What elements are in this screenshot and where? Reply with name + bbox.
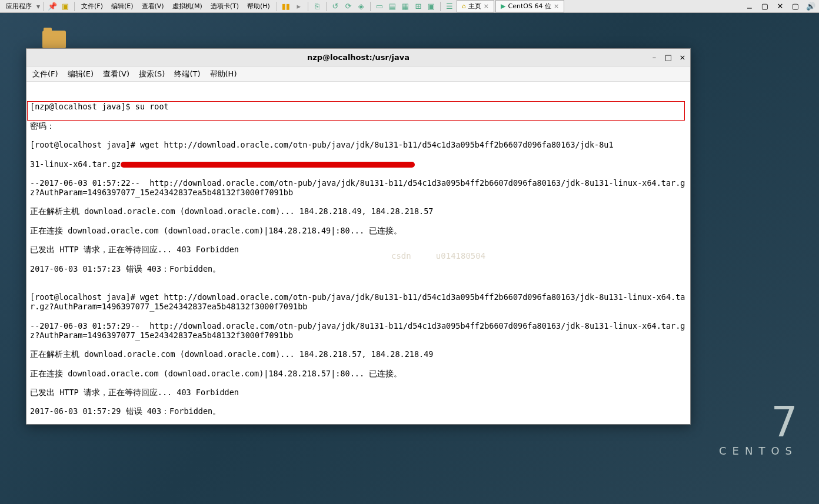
terminal-body[interactable]: [nzp@localhost java]$ su root 密码： [root@… [26,82,690,424]
terminal-line: 2017-06-03 01:57:29 错误 403：Forbidden。 [30,406,687,416]
term-menu-help[interactable]: 帮助(H) [210,69,237,79]
vm-icon: ▶ [501,2,505,10]
terminal-titlebar[interactable]: nzp@localhost:/usr/java – □ × [26,49,690,66]
menu-vm[interactable]: 虚拟机(M) [169,1,206,12]
terminal-line: --2017-06-03 01:57:22-- http://download.… [30,178,687,197]
tab-home-close[interactable]: × [484,2,489,10]
tab-home[interactable]: ⌂ 主页 × [457,0,494,12]
window-maximize-button[interactable]: □ [664,53,672,62]
pin-icon[interactable]: 📌 [46,1,58,12]
centos-version: 7 [719,403,798,441]
menu-file[interactable]: 文件(F) [78,1,106,12]
terminal-line: --2017-06-03 01:57:29-- http://download.… [30,321,687,340]
host-max-icon[interactable]: ▢ [759,1,771,12]
toolbar-icon-5[interactable]: ▭ [374,1,385,12]
terminal-line-redacted: 31-linux-x64.tar.gz [30,159,687,169]
centos-wallpaper-brand: 7 CENTOS [719,403,798,457]
toolbar-icon-10[interactable]: ☰ [444,1,455,12]
menu-view[interactable]: 查看(V) [138,1,168,12]
terminal-title: nzp@localhost:/usr/java [307,53,410,62]
term-menu-edit[interactable]: 编辑(E) [68,69,94,79]
toolbar-icon-7[interactable]: ▦ [399,1,411,12]
host-sound-icon[interactable]: 🔊 [805,1,817,12]
terminal-window: nzp@localhost:/usr/java – □ × 文件(F) 编辑(E… [26,48,691,425]
toolbar-icon-3[interactable]: ⟳ [342,1,354,12]
menu-tabs[interactable]: 选项卡(T) [207,1,242,12]
tab-centos-close[interactable]: × [554,2,559,10]
apps-menu-button[interactable]: 应用程序 [2,1,35,12]
pause-icon[interactable]: ▮▮ [280,1,292,12]
terminal-line: 已发出 HTTP 请求，正在等待回应... 403 Forbidden [30,388,687,397]
centos-word: CENTOS [719,445,798,457]
host-min-icon[interactable]: ⎽ [744,1,755,12]
terminal-line: [root@localhost java]# wget http://downl… [30,292,687,311]
terminal-menubar: 文件(F) 编辑(E) 查看(V) 搜索(S) 终端(T) 帮助(H) [26,66,690,82]
host-close-icon[interactable]: ✕ [774,1,786,12]
toolbar-icon-8[interactable]: ⊞ [412,1,424,12]
terminal-line: [root@localhost java]# wget http://downl… [30,140,687,149]
toolbar-icon-6[interactable]: ▤ [387,1,398,12]
tab-home-label: 主页 [468,2,481,11]
redacted-icon [121,162,415,168]
toolbar-icon-4[interactable]: ◈ [355,1,367,12]
terminal-line: 密码： [30,121,687,131]
window-close-button[interactable]: × [678,53,687,62]
term-menu-view[interactable]: 查看(V) [103,69,129,79]
play-icon[interactable]: ▸ [293,1,305,12]
desktop-folder-icon[interactable] [40,31,68,48]
terminal-line: 正在连接 download.oracle.com (download.oracl… [30,369,687,378]
folder-icon [42,31,66,48]
menu-edit[interactable]: 编辑(E) [108,1,137,12]
term-menu-terminal[interactable]: 终端(T) [174,69,200,79]
toolbar-icon-2[interactable]: ↺ [329,1,341,12]
toolbar-icon-9[interactable]: ▣ [425,1,437,12]
tab-centos-label: CentOS 64 位 [508,2,551,11]
guest-panel [0,13,7,26]
term-menu-file[interactable]: 文件(F) [32,69,58,79]
screen-icon[interactable]: ▣ [59,1,71,12]
terminal-line: 正在解析主机 download.oracle.com (download.ora… [30,349,687,359]
terminal-line: 已发出 HTTP 请求，正在等待回应... 403 Forbidden [30,245,687,254]
toolbar-icon-1[interactable]: ⎘ [311,1,323,12]
vm-host-toolbar: 应用程序 ▾ 📌 ▣ 文件(F) 编辑(E) 查看(V) 虚拟机(M) 选项卡(… [0,0,819,13]
window-minimize-button[interactable]: – [650,53,658,62]
terminal-line: 正在解析主机 download.oracle.com (download.ora… [30,206,687,216]
terminal-line: 正在连接 download.oracle.com (download.oracl… [30,226,687,235]
terminal-line: 2017-06-03 01:57:23 错误 403：Forbidden。 [30,264,687,273]
home-icon: ⌂ [462,2,466,10]
host-fullscreen-icon[interactable]: ▢ [790,1,801,12]
term-menu-search[interactable]: 搜索(S) [139,69,165,79]
terminal-line: [nzp@localhost java]$ su root [30,102,687,111]
menu-help[interactable]: 帮助(H) [244,1,274,12]
tab-centos[interactable]: ▶ CentOS 64 位 × [495,0,564,12]
